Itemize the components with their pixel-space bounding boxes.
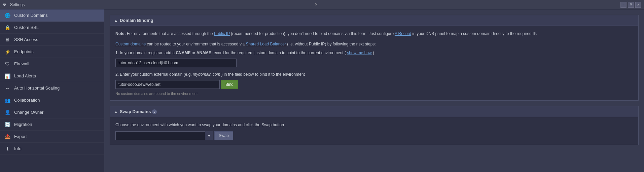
sidebar-item-load-alerts[interactable]: 📊Load Alerts (0, 70, 104, 82)
domain-binding-body: Note: For environments that are accessed… (110, 26, 638, 100)
main-layout: 🌐Custom Domains🔒Custom SSL🖥SSH Access⚡En… (0, 9, 644, 172)
window-controls: – ⧉ ✕ (620, 2, 641, 8)
note-text-2: (recommended for production), you don't … (231, 31, 395, 36)
sidebar-item-label-ssh-access: SSH Access (14, 37, 38, 42)
custom-domains-icon: 🌐 (4, 12, 11, 19)
content-area: ▲ Domain Binding Note: For environments … (104, 9, 644, 172)
step1-paragraph: Custom domains can be routed to your env… (115, 41, 633, 47)
title-bar: ⚙ Settings ✕ – ⧉ ✕ (0, 0, 644, 9)
sidebar-item-label-firewall: Firewall (14, 61, 29, 66)
swap-description: Choose the environment with which you wa… (115, 122, 633, 128)
firewall-icon: 🛡 (4, 61, 11, 67)
sidebar-item-firewall[interactable]: 🛡Firewall (0, 58, 104, 70)
custom-domains-link[interactable]: Custom domains (115, 42, 146, 46)
bind-domain-input[interactable] (115, 80, 220, 89)
load-alerts-icon: 📊 (4, 73, 11, 79)
swap-domains-body: Choose the environment with which you wa… (110, 117, 638, 145)
swap-select-container: ▼ (115, 131, 213, 140)
sidebar-item-migration[interactable]: 🔄Migration (0, 118, 104, 131)
sidebar-item-label-auto-horizontal-scaling: Auto Horizontal Scaling (14, 85, 60, 91)
mydomain-example: mydomain.com (193, 72, 220, 77)
a-record-link[interactable]: A Record (395, 31, 411, 36)
step1-text-1: can be routed to your environment that i… (147, 42, 246, 46)
settings-icon: ⚙ (3, 2, 8, 7)
shared-lb-link[interactable]: Shared Load Balancer (246, 42, 286, 46)
minimize-button[interactable]: – (620, 2, 627, 8)
sidebar-item-auto-horizontal-scaling[interactable]: ↔Auto Horizontal Scaling (0, 82, 104, 94)
endpoints-icon: ⚡ (4, 48, 11, 55)
step1-end: ) (373, 50, 374, 55)
step2-paragraph: 2. Enter your custom external domain (e.… (115, 71, 633, 77)
sidebar-item-export[interactable]: 📤Export (0, 131, 104, 143)
note-text-1: For environments that are accessed throu… (127, 31, 214, 36)
title-bar-title: Settings (10, 2, 313, 7)
export-icon: 📤 (4, 133, 11, 140)
auto-horizontal-scaling-icon: ↔ (4, 85, 11, 92)
current-domain-input[interactable] (115, 59, 237, 67)
sidebar-item-endpoints[interactable]: ⚡Endpoints (0, 46, 104, 58)
bind-button[interactable]: Bind (221, 80, 238, 89)
bind-row: Bind (115, 80, 633, 89)
cname-text: CNAME (176, 50, 190, 55)
sidebar-item-ssh-access[interactable]: 🖥SSH Access (0, 34, 104, 46)
swap-domains-title: Swap Domains (120, 109, 151, 114)
close-button[interactable]: ✕ (635, 2, 641, 8)
sidebar-item-custom-domains[interactable]: 🌐Custom Domains (0, 9, 104, 22)
sidebar-item-label-load-alerts: Load Alerts (14, 73, 36, 78)
restore-button[interactable]: ⧉ (628, 2, 634, 8)
no-domains-text: No custom domains are bound to the envir… (115, 92, 633, 96)
collapse-arrow-icon: ▲ (114, 19, 118, 23)
step1-rest: record for the required custom domain to… (212, 50, 346, 55)
collapse-arrow-icon-2: ▲ (114, 110, 118, 114)
sidebar-item-collaboration[interactable]: 👥Collaboration (0, 94, 104, 106)
migration-icon: 🔄 (4, 121, 11, 128)
sidebar-item-label-migration: Migration (14, 122, 32, 127)
collaboration-icon: 👥 (4, 97, 11, 104)
sidebar-item-label-custom-ssl: Custom SSL (14, 25, 39, 30)
sidebar: 🌐Custom Domains🔒Custom SSL🖥SSH Access⚡En… (0, 9, 104, 172)
domain-binding-section: ▲ Domain Binding Note: For environments … (110, 15, 639, 101)
sidebar-item-label-collaboration: Collaboration (14, 98, 40, 103)
public-ip-link[interactable]: Public IP (214, 31, 230, 36)
sidebar-item-change-owner[interactable]: 👤Change Owner (0, 106, 104, 118)
note-label: Note: (115, 31, 126, 36)
swap-environment-select[interactable] (115, 131, 213, 140)
swap-button[interactable]: Swap (214, 131, 233, 140)
custom-ssl-icon: 🔒 (4, 24, 11, 31)
note-paragraph: Note: For environments that are accessed… (115, 31, 633, 37)
sidebar-item-custom-ssl[interactable]: 🔒Custom SSL (0, 22, 104, 34)
step2-rest: ) in the field below to bind it to the e… (221, 72, 305, 77)
sidebar-item-label-export: Export (14, 134, 27, 139)
swap-row: ▼ Swap (115, 131, 633, 140)
step1-text: 1. In your domain registrar, add a (115, 50, 176, 55)
tab-close-button[interactable]: ✕ (315, 2, 318, 7)
note-text-3: in your DNS panel to map a custom domain… (413, 31, 537, 36)
swap-help-icon[interactable]: ? (152, 109, 157, 114)
step1-cname-paragraph: 1. In your domain registrar, add a CNAME… (115, 50, 633, 56)
aname-text: ANAME (196, 50, 211, 55)
swap-domains-section: ▲ Swap Domains ? Choose the environment … (110, 106, 639, 145)
step1-text-2: (i.e. without Public IP) by following th… (287, 42, 375, 46)
sidebar-item-info[interactable]: ℹInfo (0, 143, 104, 155)
change-owner-icon: 👤 (4, 109, 11, 116)
show-me-how-link[interactable]: show me how (347, 50, 371, 55)
sidebar-item-label-info: Info (14, 146, 22, 151)
domain-binding-header: ▲ Domain Binding (110, 15, 638, 26)
step1-or: or (192, 50, 196, 55)
sidebar-item-label-endpoints: Endpoints (14, 49, 34, 54)
sidebar-item-label-change-owner: Change Owner (14, 110, 43, 115)
domain-binding-title: Domain Binding (120, 18, 153, 23)
sidebar-item-label-custom-domains: Custom Domains (14, 13, 48, 18)
step2-text: 2. Enter your custom external domain (e.… (115, 72, 193, 77)
info-icon: ℹ (4, 145, 11, 152)
swap-domains-header: ▲ Swap Domains ? (110, 106, 638, 117)
ssh-access-icon: 🖥 (4, 36, 11, 43)
